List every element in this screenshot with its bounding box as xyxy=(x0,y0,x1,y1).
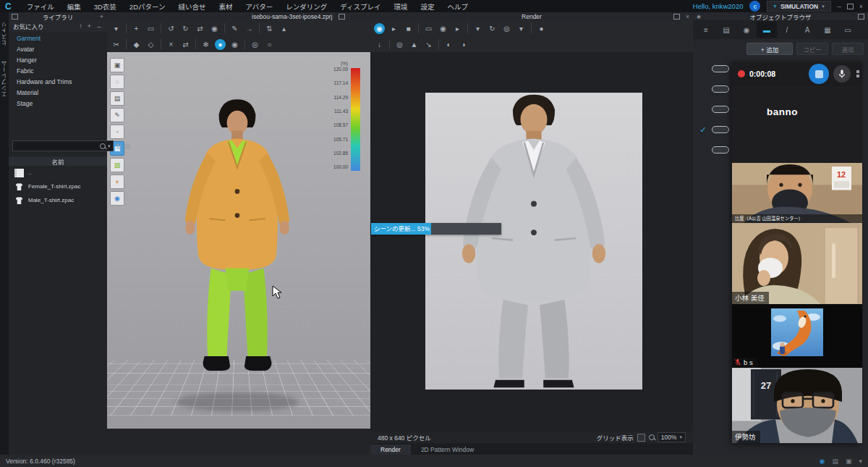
show-arrangement-icon[interactable]: ◉ xyxy=(110,191,124,206)
menu-material[interactable]: 素材 xyxy=(213,1,239,12)
library-category-material[interactable]: Material xyxy=(9,88,107,98)
grid-display-checkbox[interactable] xyxy=(637,434,645,442)
rect-select-icon[interactable]: ▭ xyxy=(144,22,158,34)
library-item-parent[interactable]: .. xyxy=(9,166,107,180)
stitch-tab-icon[interactable]: ▬ xyxy=(757,22,777,38)
show-pins-icon[interactable]: ◦ xyxy=(110,125,124,139)
video-camera-icon[interactable]: ▸ xyxy=(451,22,464,34)
popout-icon[interactable] xyxy=(858,14,864,20)
library-item-male-tshirt[interactable]: Male_T-shirt.zpac xyxy=(9,193,107,207)
sewing-tool-icon[interactable]: → xyxy=(242,22,256,34)
avatar-tool-icon[interactable]: ✂ xyxy=(109,38,123,50)
more-options-icon[interactable] xyxy=(856,70,859,77)
pattern-flip-icon[interactable]: ⇄ xyxy=(193,22,207,34)
schedule-render-icon[interactable]: ● xyxy=(535,22,548,34)
clipboard-icon[interactable]: ▭ xyxy=(422,22,435,34)
search-filter-chevron-icon[interactable]: ▾ xyxy=(108,143,111,149)
pressure-map-icon[interactable]: ○ xyxy=(263,38,276,50)
cloud-icon[interactable]: c xyxy=(749,1,760,12)
interactive-render-icon[interactable]: ◉ xyxy=(374,23,385,34)
fabric-tab-icon[interactable]: ▤ xyxy=(716,22,736,38)
avatar-tape-icon[interactable]: ◇ xyxy=(144,38,158,50)
avatar-3d-orange-suit[interactable] xyxy=(165,97,310,401)
library-item-female-tshirt[interactable]: Female_T-shirt.zpac xyxy=(9,180,107,193)
close-icon[interactable]: × xyxy=(686,13,689,20)
video-tile-participant-2[interactable]: 小林 美佳 xyxy=(732,223,862,304)
popout-icon[interactable] xyxy=(12,14,18,20)
3d-viewport[interactable]: ▣ ◌ ▤ ✎ ◦ ▦ ▧ ● ◉ (%) 120.00 117.14 114.… xyxy=(107,52,370,429)
button-tab-icon[interactable]: ◉ xyxy=(736,22,757,38)
video-render-icon[interactable]: ■ xyxy=(401,22,415,34)
status-panel-icon[interactable]: ▣ xyxy=(846,458,852,465)
video-tile-participant-1[interactable]: 12 比度（A公否 山田温泉センター） xyxy=(732,163,862,223)
menu-file[interactable]: ファイル xyxy=(20,1,61,12)
menu-2d-pattern[interactable]: 2Dパターン xyxy=(123,1,172,12)
pattern-rotate-icon[interactable]: ↻ xyxy=(179,22,192,34)
strain-map-icon[interactable]: ● xyxy=(215,39,226,50)
add-tab-icon[interactable]: + xyxy=(100,13,103,20)
library-category-hardware[interactable]: Hardware and Trims xyxy=(9,77,107,88)
show-avatar-icon[interactable]: ● xyxy=(110,174,124,189)
video-tile-participant-4[interactable]: 27 伊勢坊 xyxy=(732,368,862,443)
add-favorite-icon[interactable]: + xyxy=(88,22,91,30)
stop-recording-button[interactable] xyxy=(809,64,829,84)
restore-icon[interactable] xyxy=(847,4,854,9)
library-category-hanger[interactable]: Hanger xyxy=(9,55,107,66)
menu-sewing[interactable]: 縫い合せ xyxy=(172,1,213,12)
refresh-icon[interactable]: ↻ xyxy=(116,143,122,150)
add-button[interactable]: + 追加 xyxy=(746,43,793,55)
pattern-transform-icon[interactable]: ↺ xyxy=(164,22,178,34)
zoom-select[interactable]: 100% ▾ xyxy=(658,432,686,442)
menu-3d-garment[interactable]: 3D衣装 xyxy=(88,1,123,12)
sync-render-icon[interactable]: ↻ xyxy=(485,22,499,34)
popout-icon[interactable] xyxy=(673,14,680,20)
arrange-icon[interactable]: ▴ xyxy=(277,22,291,34)
pin-tool-icon[interactable]: ✎ xyxy=(228,22,242,34)
render-canvas[interactable] xyxy=(370,52,693,432)
fit-map-icon[interactable]: ◎ xyxy=(248,38,262,50)
download-icon[interactable]: ↓ xyxy=(373,38,386,50)
material-tab-icon[interactable]: ▦ xyxy=(817,22,838,38)
copy-button[interactable]: コピー xyxy=(796,43,828,55)
show-seams-icon[interactable]: ▤ xyxy=(110,91,124,106)
view-mode-icon[interactable]: ▦ xyxy=(124,143,131,150)
pointer-icon[interactable]: ▲ xyxy=(407,38,421,50)
library-category-avatar[interactable]: Avatar xyxy=(9,44,107,55)
menu-help[interactable]: ヘルプ xyxy=(441,1,475,12)
back-icon[interactable]: ← xyxy=(96,22,103,30)
menu-settings[interactable]: 設定 xyxy=(414,1,441,12)
menu-edit[interactable]: 編集 xyxy=(61,1,88,12)
panel-menu-icon[interactable]: ◉ xyxy=(697,14,701,20)
library-search-input[interactable]: ▾ xyxy=(12,140,114,151)
import-icon[interactable]: ↑ xyxy=(79,22,82,30)
app-logo[interactable]: C xyxy=(0,1,20,12)
menu-icon[interactable]: ≡ xyxy=(696,22,716,38)
camera-settings-icon[interactable]: ◎ xyxy=(500,22,514,34)
library-category-stage[interactable]: Stage xyxy=(9,98,107,109)
status-grid-icon[interactable]: ▤ xyxy=(832,458,838,465)
play-icon[interactable]: ▸ xyxy=(387,22,401,34)
scissors-icon[interactable]: × xyxy=(164,38,178,50)
rectangle-tab-icon[interactable]: ▭ xyxy=(838,22,858,38)
video-tile-banno[interactable]: banno xyxy=(732,86,862,163)
menu-avatar[interactable]: アバター xyxy=(239,1,280,12)
environment-icon[interactable]: ◎ xyxy=(393,38,407,50)
puckering-tab-icon[interactable]: A xyxy=(797,22,817,38)
show-garment-icon[interactable]: ▣ xyxy=(110,58,124,72)
account-greeting[interactable]: Hello, knkw2020 xyxy=(693,2,744,10)
status-chevron-icon[interactable]: ▾ xyxy=(859,458,862,465)
lens-icon[interactable]: ◐ xyxy=(442,38,456,50)
simulate-icon[interactable]: ▾ xyxy=(109,22,123,34)
rail-tab-emblem[interactable]: エンブレーム xyxy=(1,60,9,97)
video-tile-participant-3[interactable]: b s xyxy=(732,304,862,368)
library-category-fabric[interactable]: Fabric xyxy=(9,66,107,77)
apply-button[interactable]: 適用 xyxy=(832,43,864,55)
popout-icon[interactable] xyxy=(339,14,345,20)
simulation-button[interactable]: » SIMULATION ▾ xyxy=(767,1,830,12)
flatten-icon[interactable]: ⇄ xyxy=(179,38,192,50)
close-icon[interactable]: × xyxy=(859,3,863,10)
status-camera-icon[interactable]: ◉ xyxy=(820,458,825,465)
select-move-icon[interactable]: + xyxy=(129,22,143,34)
tab-2d-pattern-window[interactable]: 2D Pattern Window xyxy=(411,445,484,455)
freeze-icon[interactable]: ❄ xyxy=(199,38,213,50)
